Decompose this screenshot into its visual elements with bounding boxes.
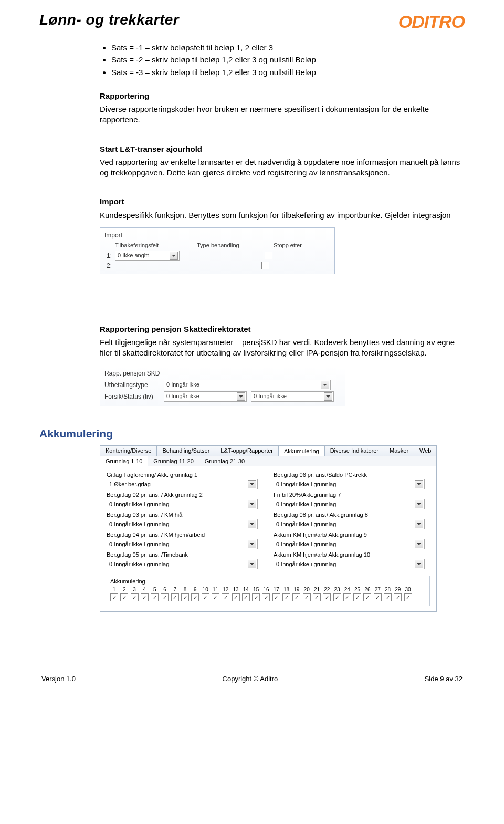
akk-checkbox[interactable]: ✓ bbox=[323, 593, 331, 601]
sub-tab-1-10[interactable]: Grunnlag 1-10 bbox=[100, 456, 148, 466]
sub-tab-11-20[interactable]: Grunnlag 11-20 bbox=[148, 456, 199, 466]
akk-checkbox[interactable]: ✓ bbox=[272, 593, 280, 601]
akk-checkbox[interactable]: ✓ bbox=[303, 593, 311, 601]
import-panel-title: Import bbox=[104, 231, 330, 239]
akk-checkbox[interactable]: ✓ bbox=[110, 593, 118, 601]
import-row-1-num: 1: bbox=[104, 252, 112, 260]
import-row-1-stop-checkbox[interactable] bbox=[265, 252, 272, 259]
tab-akkumulering[interactable]: Akkumulering bbox=[279, 446, 325, 456]
akk-checkbox[interactable]: ✓ bbox=[222, 593, 229, 601]
akk-checkbox[interactable]: ✓ bbox=[282, 593, 290, 601]
tab-ltoppg[interactable]: L&T-oppg/Rapporter bbox=[215, 446, 279, 456]
akk-checkbox[interactable]: ✓ bbox=[242, 593, 250, 601]
chevron-down-icon[interactable] bbox=[415, 540, 423, 548]
chevron-down-icon[interactable] bbox=[237, 392, 245, 401]
akk-checkbox[interactable]: ✓ bbox=[202, 593, 209, 601]
grunnlag-left-select[interactable]: 1 Øker ber.grlag bbox=[107, 479, 258, 489]
chevron-down-icon[interactable] bbox=[248, 540, 256, 548]
grunnlag-left-label: Ber.gr.lag 05 pr. ans. /Timebank bbox=[107, 551, 263, 558]
section-akkumulering-title: Akkumulering bbox=[39, 427, 465, 440]
section-rapp-pensjon-title: Rapportering pensjon Skattedirektoratet bbox=[100, 324, 465, 335]
tab-diverse-indikatorer[interactable]: Diverse Indikatorer bbox=[325, 446, 384, 456]
grunnlag-right-label: Akkum KM hjem/arb/ Akk.grunnlag 10 bbox=[274, 551, 430, 558]
forsik-status-value-1: 0 Inngår ikke bbox=[166, 392, 200, 400]
list-item: Sats = -2 – skriv beløp til beløp 1,2 el… bbox=[111, 55, 465, 65]
akk-checkbox[interactable]: ✓ bbox=[292, 593, 300, 601]
footer-right: Side 9 av 32 bbox=[425, 675, 463, 683]
chevron-down-icon[interactable] bbox=[324, 392, 332, 401]
utbetalingstype-select[interactable]: 0 Inngår ikke bbox=[164, 380, 331, 390]
grunnlag-right-value: 0 Inngår ikke i grunnlag bbox=[276, 541, 336, 547]
chevron-down-icon[interactable] bbox=[248, 560, 256, 568]
akk-checkbox[interactable]: ✓ bbox=[141, 593, 149, 601]
akk-num-label: 11 bbox=[212, 587, 219, 592]
akk-checkbox[interactable]: ✓ bbox=[171, 593, 179, 601]
akk-checkbox[interactable]: ✓ bbox=[363, 593, 371, 601]
grunnlag-right-select[interactable]: 0 Inngår ikke i grunnlag bbox=[274, 559, 425, 569]
akk-checkbox[interactable]: ✓ bbox=[161, 593, 169, 601]
grunnlag-left-select[interactable]: 0 Inngår ikke i grunnlag bbox=[107, 519, 258, 529]
grunnlag-left-value: 0 Inngår ikke i grunnlag bbox=[109, 541, 169, 547]
grunnlag-left-label: Ber.gr.lag 04 pr. ans. / KM hjem/arbeid bbox=[107, 531, 263, 538]
akk-num-label: 8 bbox=[181, 587, 189, 592]
chevron-down-icon[interactable] bbox=[415, 500, 423, 508]
akk-checkbox[interactable]: ✓ bbox=[262, 593, 270, 601]
akk-checkbox[interactable]: ✓ bbox=[313, 593, 321, 601]
chevron-down-icon[interactable] bbox=[248, 520, 256, 528]
akk-checkbox[interactable]: ✓ bbox=[212, 593, 219, 601]
grunnlag-left-select[interactable]: 0 Inngår ikke i grunnlag bbox=[107, 559, 258, 569]
utbetalingstype-label: Utbetalingstype bbox=[104, 381, 160, 389]
forsik-status-select-1[interactable]: 0 Inngår ikke bbox=[164, 391, 247, 402]
grunnlag-right-value: 0 Inngår ikke i grunnlag bbox=[276, 501, 336, 507]
utbetalingstype-value: 0 Inngår ikke bbox=[166, 381, 200, 389]
akk-num-label: 15 bbox=[252, 587, 260, 592]
akk-checkbox[interactable]: ✓ bbox=[191, 593, 199, 601]
chevron-down-icon[interactable] bbox=[415, 560, 423, 568]
forsik-status-select-2[interactable]: 0 Inngår ikke bbox=[251, 391, 334, 402]
akk-num-label: 6 bbox=[161, 587, 169, 592]
akk-checkbox[interactable]: ✓ bbox=[384, 593, 392, 601]
tab-web[interactable]: Web bbox=[414, 446, 437, 456]
akk-checkbox[interactable]: ✓ bbox=[151, 593, 159, 601]
akk-checkbox[interactable]: ✓ bbox=[120, 593, 128, 601]
akk-checkbox[interactable]: ✓ bbox=[374, 593, 382, 601]
import-row-1-select[interactable]: 0 Ikke angitt bbox=[115, 251, 180, 261]
grunnlag-left-select[interactable]: 0 Inngår ikke i grunnlag bbox=[107, 499, 258, 509]
akk-num-label: 29 bbox=[394, 587, 402, 592]
akk-num-label: 16 bbox=[262, 587, 270, 592]
grunnlag-right-label: Ber.gr.lag 06 pr. ans./Saldo PC-trekk bbox=[274, 472, 430, 478]
akk-num-label: 9 bbox=[191, 587, 199, 592]
akk-checkbox[interactable]: ✓ bbox=[333, 593, 341, 601]
akk-checkbox[interactable]: ✓ bbox=[404, 593, 412, 601]
akk-num-label: 28 bbox=[384, 587, 392, 592]
akk-num-label: 23 bbox=[333, 587, 341, 592]
chevron-down-icon[interactable] bbox=[415, 480, 423, 488]
chevron-down-icon[interactable] bbox=[170, 252, 178, 260]
tab-kontering[interactable]: Kontering/Diverse bbox=[100, 446, 157, 456]
import-row-2-stop-checkbox[interactable] bbox=[261, 262, 269, 269]
akk-checkbox[interactable]: ✓ bbox=[343, 593, 351, 601]
akk-checkbox[interactable]: ✓ bbox=[181, 593, 189, 601]
tab-masker[interactable]: Masker bbox=[384, 446, 414, 456]
grunnlag-right-select[interactable]: 0 Inngår ikke i grunnlag bbox=[274, 539, 425, 549]
section-rapportering-text: Diverse rapporteringskoder hvor bruken e… bbox=[100, 104, 465, 126]
chevron-down-icon[interactable] bbox=[321, 381, 329, 389]
sub-tab-21-30[interactable]: Grunnlag 21-30 bbox=[200, 456, 250, 466]
footer-center: Copyright © Aditro bbox=[223, 675, 278, 683]
grunnlag-left-select[interactable]: 0 Inngår ikke i grunnlag bbox=[107, 539, 258, 549]
grunnlag-right-select[interactable]: 0 Inngår ikke i grunnlag bbox=[274, 519, 425, 529]
tab-behandling[interactable]: Behandling/Satser bbox=[157, 446, 215, 456]
grunnlag-right-select[interactable]: 0 Inngår ikke i grunnlag bbox=[274, 499, 425, 509]
section-import-title: Import bbox=[100, 196, 465, 207]
chevron-down-icon[interactable] bbox=[415, 520, 423, 528]
chevron-down-icon[interactable] bbox=[248, 500, 256, 508]
akk-checkbox[interactable]: ✓ bbox=[131, 593, 139, 601]
akk-checkbox[interactable]: ✓ bbox=[232, 593, 240, 601]
akk-checkbox[interactable]: ✓ bbox=[394, 593, 402, 601]
akk-num-label: 20 bbox=[303, 587, 311, 592]
grunnlag-right-select[interactable]: 0 Inngår ikke i grunnlag bbox=[274, 479, 425, 489]
forsik-status-value-2: 0 Inngår ikke bbox=[254, 392, 287, 400]
akk-checkbox[interactable]: ✓ bbox=[252, 593, 260, 601]
chevron-down-icon[interactable] bbox=[248, 480, 256, 488]
akk-checkbox[interactable]: ✓ bbox=[353, 593, 361, 601]
